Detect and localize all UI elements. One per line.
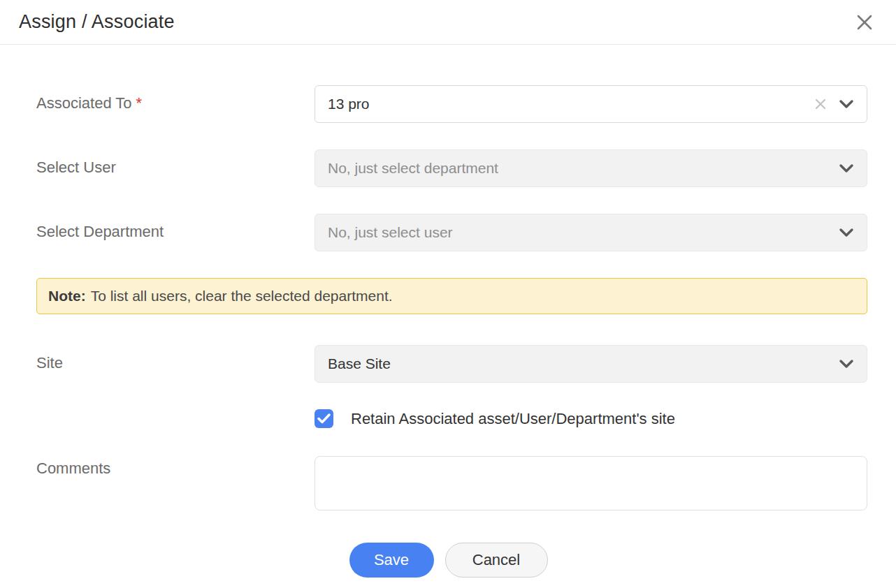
associated-to-label: Associated To* <box>36 85 315 112</box>
site-row: Site Base Site <box>36 345 867 383</box>
site-value: Base Site <box>328 355 839 372</box>
select-user-select[interactable]: No, just select department <box>315 149 867 187</box>
associated-to-row: Associated To* 13 pro <box>36 85 867 123</box>
chevron-down-icon[interactable] <box>839 163 854 173</box>
cancel-button[interactable]: Cancel <box>445 543 548 578</box>
dialog-title: Assign / Associate <box>19 11 175 33</box>
checkmark-icon <box>317 413 331 424</box>
note-prefix: Note: <box>48 288 86 304</box>
select-user-row: Select User No, just select department <box>36 149 867 187</box>
select-user-placeholder: No, just select department <box>328 160 839 177</box>
site-label: Site <box>36 345 315 372</box>
clear-icon[interactable] <box>814 97 828 111</box>
required-asterisk: * <box>136 94 143 112</box>
retain-site-checkbox[interactable] <box>315 409 333 428</box>
dialog-body: Associated To* 13 pro <box>0 45 896 578</box>
select-department-select[interactable]: No, just select user <box>315 214 867 251</box>
associated-to-select[interactable]: 13 pro <box>315 85 867 123</box>
close-button[interactable] <box>854 12 875 33</box>
note-text: To list all users, clear the selected de… <box>91 288 393 304</box>
associated-to-value: 13 pro <box>328 96 814 112</box>
comments-input[interactable] <box>315 456 867 510</box>
save-button[interactable]: Save <box>349 543 434 578</box>
close-icon <box>855 13 874 32</box>
chevron-down-icon[interactable] <box>839 228 854 237</box>
dialog-header: Assign / Associate <box>0 0 896 45</box>
select-department-row: Select Department No, just select user <box>36 214 867 251</box>
note-banner: Note: To list all users, clear the selec… <box>36 278 867 314</box>
select-department-placeholder: No, just select user <box>328 224 839 241</box>
comments-row: Comments <box>36 456 867 510</box>
select-user-label: Select User <box>36 149 315 177</box>
dialog-actions: Save Cancel <box>36 543 867 578</box>
retain-site-label: Retain Associated asset/User/Department'… <box>351 410 675 428</box>
retain-site-row: Retain Associated asset/User/Department'… <box>315 409 867 428</box>
assign-associate-dialog: Assign / Associate Associated To* 13 pro <box>0 0 896 588</box>
chevron-down-icon[interactable] <box>839 359 854 369</box>
site-select[interactable]: Base Site <box>315 345 867 383</box>
comments-label: Comments <box>36 456 315 478</box>
select-department-label: Select Department <box>36 214 315 241</box>
chevron-down-icon[interactable] <box>839 99 854 109</box>
